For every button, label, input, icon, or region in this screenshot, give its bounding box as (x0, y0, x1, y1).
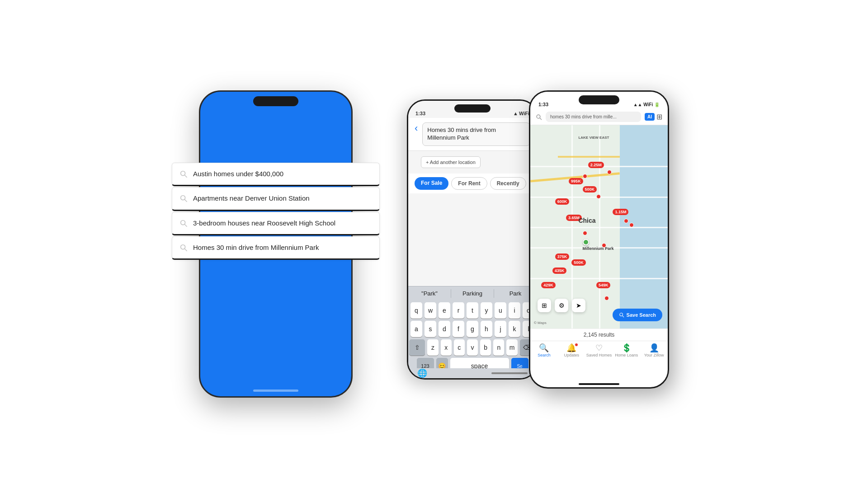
nav-home-loans-label: Home Loans (615, 353, 638, 357)
search-icon-2 (179, 194, 188, 202)
suggestion-1[interactable]: "Park" (408, 289, 451, 298)
settings-button[interactable]: ⚙ (555, 299, 568, 312)
back-search-box[interactable]: Homes 30 mins drive from Millennium Park (422, 122, 530, 146)
key-w[interactable]: w (425, 302, 436, 319)
map-container[interactable]: 2.25M 995K 500K 600K 3.65M 1.15M 375K 50… (530, 125, 668, 328)
price-marker-3: 500K (583, 186, 597, 192)
front-searchbar: homes 30 mins drive from mille... AI ⊞ (530, 109, 668, 125)
wifi-icon: WiFi (519, 111, 529, 116)
search-item-1[interactable]: Austin homes under $400,000 (172, 163, 380, 186)
chicago-label: Chica (578, 217, 595, 224)
front-status-time: 1:33 (538, 102, 548, 107)
price-dot-2 (596, 194, 601, 199)
svg-point-0 (181, 171, 185, 176)
back-phone: 1:33 ▲ WiFi ‹ Homes 30 mins drive from M… (407, 99, 538, 380)
price-marker-2: 995K (569, 178, 583, 184)
key-f[interactable]: f (453, 321, 464, 337)
price-dot-6 (583, 174, 587, 178)
front-search-icon (536, 114, 542, 120)
suggestion-2[interactable]: Parking (451, 289, 494, 298)
key-t[interactable]: t (467, 302, 478, 319)
key-x[interactable]: x (441, 339, 452, 356)
price-dot-5 (604, 296, 609, 300)
key-h[interactable]: h (481, 321, 492, 337)
search-icon-3 (179, 219, 188, 227)
nav-home-loans[interactable]: 💲 Home Loans (613, 344, 640, 357)
updates-badge-dot (575, 343, 578, 347)
key-u[interactable]: u (495, 302, 506, 319)
key-g[interactable]: g (467, 321, 478, 337)
nav-home-loans-icon: 💲 (622, 344, 632, 352)
price-dot-8 (629, 223, 634, 227)
add-location-button[interactable]: + Add another location (421, 156, 481, 168)
search-text-3: 3-bedroom houses near Roosevelt High Sch… (193, 219, 335, 228)
search-text-4: Homes 30 min drive from Millennium Park (193, 243, 319, 252)
nav-updates-label: Updates (564, 353, 579, 357)
keyboard: "Park" Parking Park q w e r (408, 286, 537, 378)
key-n[interactable]: n (493, 339, 504, 356)
nav-search[interactable]: 🔍 Search (530, 344, 558, 357)
key-k[interactable]: k (509, 321, 520, 337)
nav-your-zillow[interactable]: 👤 Your Zillow (640, 344, 668, 357)
key-y[interactable]: y (481, 302, 492, 319)
svg-point-10 (619, 313, 623, 316)
filter-icon[interactable]: ⊞ (656, 113, 662, 121)
nav-your-zillow-icon: 👤 (649, 344, 659, 352)
left-phone-home-indicator (253, 389, 298, 392)
key-shift[interactable]: ⇧ (409, 339, 425, 356)
key-d[interactable]: d (439, 321, 450, 337)
left-phone: Austin homes under $400,000 Apartments n… (199, 90, 353, 398)
key-row-1: q w e r t y u i o (409, 302, 536, 319)
svg-point-2 (181, 196, 185, 200)
layers-button[interactable]: ⊞ (538, 299, 551, 312)
price-marker-4: 600K (555, 198, 570, 205)
key-i[interactable]: i (509, 302, 520, 319)
key-q[interactable]: q (410, 302, 422, 319)
nav-saved-homes-label: Saved Homes (586, 353, 612, 357)
key-s[interactable]: s (425, 321, 436, 337)
nav-saved-homes[interactable]: ♡ Saved Homes (585, 344, 613, 357)
key-c[interactable]: c (454, 339, 465, 356)
search-list: Austin homes under $400,000 Apartments n… (172, 163, 380, 261)
tab-for-sale[interactable]: For Sale (415, 177, 448, 190)
save-search-button[interactable]: Save Search (613, 309, 662, 321)
left-phone-notch (253, 96, 298, 106)
key-r[interactable]: r (453, 302, 464, 319)
key-m[interactable]: m (506, 339, 517, 356)
front-phone: 1:33 ▲▲ WiFi 🔋 homes 30 mins drive from … (529, 90, 669, 389)
key-v[interactable]: v (467, 339, 478, 356)
key-a[interactable]: a (410, 321, 422, 337)
millennium-marker: Millennium Park (583, 239, 589, 245)
add-location-label: + Add another location (426, 160, 476, 165)
results-count: 2,145 results (584, 332, 615, 338)
search-icon-1 (179, 170, 188, 178)
ai-badge: AI (645, 113, 655, 121)
svg-line-1 (185, 175, 187, 178)
nav-updates[interactable]: 🔔 Updates (558, 344, 585, 357)
search-item-3[interactable]: 3-bedroom houses near Roosevelt High Sch… (172, 212, 380, 235)
price-dot-7 (624, 219, 628, 223)
front-phone-notch (579, 95, 619, 104)
tab-for-rent[interactable]: For Rent (451, 177, 487, 190)
bottom-nav: 🔍 Search 🔔 Updates ♡ Saved Homes 💲 H (530, 341, 668, 362)
keyboard-rows: q w e r t y u i o a s d (408, 300, 537, 378)
front-search-input[interactable]: homes 30 mins drive from mille... (546, 112, 641, 122)
key-j[interactable]: j (495, 321, 506, 337)
scene: Austin homes under $400,000 Apartments n… (181, 72, 687, 416)
add-location-area: + Add another location (408, 151, 537, 174)
navigation-button[interactable]: ➤ (572, 299, 585, 312)
search-item-4[interactable]: Homes 30 min drive from Millennium Park (172, 236, 380, 260)
key-e[interactable]: e (439, 302, 450, 319)
tab-for-rent-label: For Rent (458, 180, 480, 187)
price-marker-11: 549K (596, 282, 611, 288)
back-arrow-icon[interactable]: ‹ (415, 123, 418, 133)
map-attribution: © Maps (534, 321, 547, 325)
back-signal-icons: ▲ WiFi (513, 111, 529, 116)
key-z[interactable]: z (427, 339, 438, 356)
price-marker-9: 435K (552, 267, 567, 274)
svg-line-7 (185, 249, 187, 251)
tab-recently[interactable]: Recently (490, 177, 526, 190)
key-row-2: a s d f g h j k l (409, 321, 536, 337)
key-b[interactable]: b (480, 339, 491, 356)
search-item-2[interactable]: Apartments near Denver Union Station (172, 187, 380, 211)
